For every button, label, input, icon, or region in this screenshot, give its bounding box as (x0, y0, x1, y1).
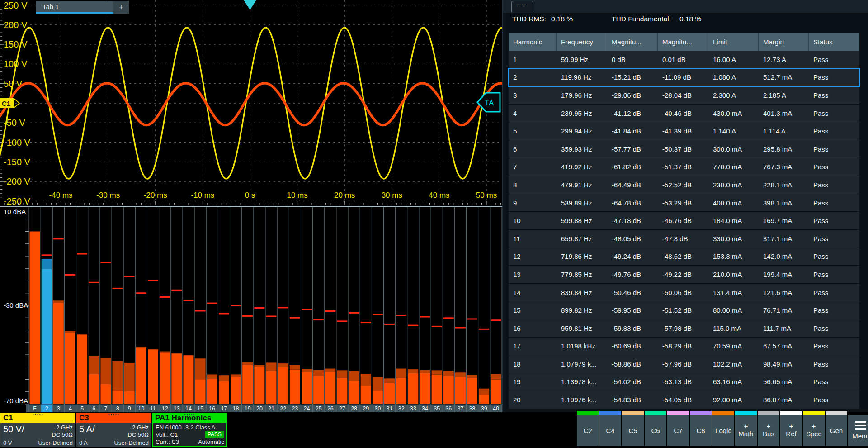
harmonic-bar-minmax[interactable] (302, 369, 312, 372)
harmonic-bar[interactable] (313, 376, 324, 404)
harmonic-label[interactable]: 15 (197, 405, 203, 412)
harmonic-label[interactable]: 21 (268, 405, 274, 412)
harmonic-bar-minmax[interactable] (408, 369, 418, 373)
harmonic-bar[interactable] (432, 375, 442, 404)
harmonic-bar[interactable] (30, 232, 40, 405)
harmonic-label[interactable]: 3 (57, 405, 60, 412)
harmonic-bar-minmax[interactable] (384, 378, 395, 383)
harmonic-label[interactable]: 23 (292, 405, 298, 412)
harmonic-label[interactable]: 17 (221, 405, 227, 412)
harmonic-label[interactable]: 36 (445, 405, 452, 412)
harmonics-bar-chart[interactable]: 10 dBA-30 dBA-70 dBAF2345678910111213141… (0, 206, 503, 412)
harmonic-label[interactable]: 12 (162, 405, 168, 412)
harmonic-bar-minmax[interactable] (278, 363, 288, 367)
harmonic-bar-minmax[interactable] (207, 374, 217, 379)
harmonic-bar-minmax[interactable] (77, 334, 87, 334)
harmonic-bar-minmax[interactable] (337, 370, 347, 378)
add-c4-button[interactable]: C4 (599, 411, 621, 446)
harmonic-label[interactable]: 2 (45, 405, 48, 412)
harmonic-bar-minmax[interactable] (242, 362, 253, 365)
badge-header[interactable]: C1·····_ (0, 413, 75, 423)
harmonic-bar[interactable] (337, 378, 347, 404)
harmonic-bar-minmax[interactable] (183, 355, 193, 356)
harmonic-label[interactable]: 19 (245, 405, 251, 412)
harmonic-bar[interactable] (89, 374, 99, 404)
minimize-icon[interactable]: _ (221, 414, 225, 422)
harmonic-label[interactable]: 28 (351, 405, 357, 412)
table-row[interactable]: 8479.91 Hz-64.49 dB-52.52 dB230.0 mA228.… (509, 176, 859, 194)
harmonic-label[interactable]: 16 (209, 405, 215, 412)
column-header[interactable]: Frequency (557, 33, 607, 51)
harmonic-bar[interactable] (290, 370, 300, 404)
harmonic-label[interactable]: 33 (410, 405, 416, 412)
add-gen-button[interactable]: Gen (826, 411, 847, 446)
column-header[interactable]: Margin (759, 33, 809, 51)
add-spec-button[interactable]: +Spec (803, 411, 825, 446)
harmonic-label[interactable]: 11 (150, 405, 156, 412)
table-row[interactable]: 181.07979 k...-58.86 dB-57.96 dB102.2 mA… (509, 355, 859, 373)
harmonic-label[interactable]: 26 (327, 405, 334, 412)
harmonic-label[interactable]: 34 (422, 405, 428, 412)
column-header[interactable]: Harmonic (509, 33, 557, 51)
harmonic-bar-minmax[interactable] (467, 375, 477, 378)
harmonic-bar[interactable] (231, 377, 241, 404)
column-header[interactable]: Magnitu... (607, 33, 658, 51)
harmonic-bar-minmax[interactable] (455, 372, 466, 377)
harmonic-bar-minmax[interactable] (160, 351, 170, 353)
table-row[interactable]: 16959.81 Hz-59.83 dB-57.98 dB115.0 mA111… (509, 319, 859, 337)
harmonic-bar-minmax[interactable] (266, 362, 277, 371)
harmonic-bar-minmax[interactable] (171, 353, 182, 354)
harmonic-label[interactable]: 35 (434, 405, 440, 412)
harmonic-label[interactable]: 38 (469, 405, 476, 412)
harmonic-bar[interactable] (65, 333, 75, 404)
harmonic-label[interactable]: 18 (233, 405, 239, 412)
minimize-icon[interactable]: _ (69, 414, 73, 422)
table-row[interactable]: 3179.96 Hz-29.06 dB-28.04 dB2.300 A2.185… (509, 86, 859, 104)
harmonic-bar[interactable] (53, 303, 64, 404)
results-drag-tab[interactable]: ····· (511, 1, 533, 12)
harmonic-bar-minmax[interactable] (113, 361, 123, 391)
table-row[interactable]: 11659.87 Hz-48.05 dB-47.8 dB330.0 mA317.… (509, 230, 859, 248)
table-row[interactable]: 191.13978 k...-54.02 dB-53.13 dB63.16 mA… (509, 373, 859, 391)
harmonic-bar[interactable] (278, 367, 288, 404)
harmonic-label[interactable]: 10 (138, 405, 144, 412)
harmonic-bar-minmax[interactable] (479, 389, 489, 395)
harmonic-bar[interactable] (254, 367, 264, 404)
table-row[interactable]: 6359.93 Hz-57.77 dB-50.37 dB300.0 mA295.… (509, 140, 859, 158)
harmonic-label[interactable]: 7 (104, 405, 107, 412)
harmonic-label[interactable]: 32 (398, 405, 405, 412)
harmonic-label[interactable]: 27 (339, 405, 345, 412)
harmonic-label[interactable]: 31 (387, 405, 393, 412)
harmonic-bar-minmax[interactable] (148, 349, 158, 350)
harmonic-label[interactable]: 24 (304, 405, 310, 412)
harmonic-label[interactable]: 20 (256, 405, 263, 412)
harmonic-bar[interactable] (42, 269, 52, 404)
harmonic-bar[interactable] (219, 381, 229, 404)
harmonic-label[interactable]: 25 (316, 405, 322, 412)
harmonic-bar[interactable] (100, 384, 111, 404)
add-ref-button[interactable]: +Ref (780, 411, 802, 446)
add-c8-button[interactable]: C8 (690, 411, 712, 446)
add-c7-button[interactable]: C7 (667, 411, 689, 446)
minimize-icon[interactable]: _ (145, 414, 149, 422)
harmonic-bar[interactable] (467, 378, 477, 404)
harmonic-bar[interactable] (396, 378, 406, 404)
column-header[interactable]: Limit (708, 33, 759, 51)
harmonic-label[interactable]: 30 (374, 405, 381, 412)
harmonic-bar-minmax[interactable] (443, 371, 454, 376)
waveform-plot[interactable]: 250 V200 V150 V100 V50 V-50 V-100 V-150 … (0, 0, 503, 206)
column-header[interactable]: Status (809, 33, 859, 51)
harmonic-bar[interactable] (325, 372, 335, 404)
table-row[interactable]: 201.19976 k...-54.83 dB-54.05 dB92.00 mA… (509, 391, 859, 409)
add-c5-button[interactable]: C5 (622, 411, 644, 446)
harmonic-bar-minmax[interactable] (53, 300, 64, 303)
table-row[interactable]: 12719.86 Hz-49.24 dB-48.62 dB153.3 mA142… (509, 248, 859, 266)
harmonic-bar-minmax[interactable] (65, 331, 75, 333)
menu-button[interactable]: Menu (848, 411, 868, 446)
harmonic-bar-minmax[interactable] (432, 370, 442, 374)
table-row[interactable]: 159.99 Hz0 dB0.01 dB16.00 A12.73 APass (509, 51, 859, 68)
harmonic-label[interactable]: 5 (80, 405, 84, 412)
harmonic-bar-minmax[interactable] (290, 365, 300, 370)
harmonic-bar[interactable] (455, 377, 466, 404)
add-bus-button[interactable]: +Bus (758, 411, 779, 446)
